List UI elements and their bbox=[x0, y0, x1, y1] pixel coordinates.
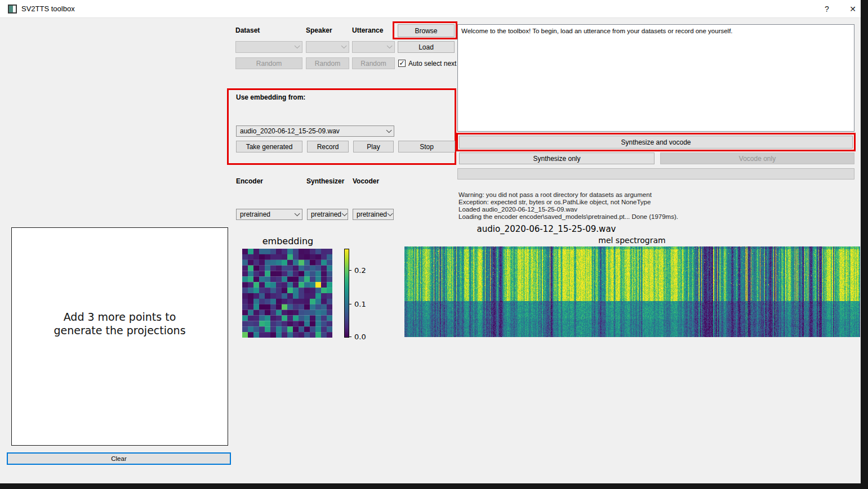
synthesizer-label: Synthesizer bbox=[306, 177, 344, 185]
dataset-label: Dataset bbox=[235, 26, 260, 34]
random-utterance-button[interactable]: Random bbox=[352, 57, 395, 69]
vocoder-select[interactable]: pretrained bbox=[353, 209, 394, 220]
speaker-label: Speaker bbox=[306, 26, 332, 34]
projections-panel: Add 3 more points to generate the projec… bbox=[11, 227, 228, 446]
title-bar: SV2TTS toolbox ? ✕ bbox=[0, 0, 861, 18]
colorbar-tick-label: 0.2 bbox=[354, 266, 366, 275]
encoder-value: pretrained bbox=[240, 210, 270, 218]
mel-spectrogram-title: mel spectrogram bbox=[576, 236, 688, 245]
log-line: Exception: expected str, bytes or os.Pat… bbox=[459, 199, 651, 206]
colorbar-tick bbox=[349, 304, 351, 304]
synthesize-and-vocode-button[interactable]: Synthesize and vocode bbox=[459, 136, 853, 149]
colorbar-tick bbox=[349, 270, 351, 271]
text-prompt-area[interactable]: Welcome to the toolbox! To begin, load a… bbox=[457, 24, 854, 132]
log-line: Loaded audio_2020-06-12_15-25-09.wav bbox=[459, 206, 577, 213]
close-button[interactable]: ✕ bbox=[844, 2, 861, 16]
vocoder-label: Vocoder bbox=[353, 177, 379, 185]
app-window: SV2TTS toolbox ? ✕ Dataset Speaker Utter… bbox=[0, 0, 861, 483]
log-line: Loading the encoder encoder\saved_models… bbox=[459, 213, 678, 221]
progress-bar bbox=[457, 168, 854, 180]
browse-button[interactable]: Browse bbox=[398, 24, 455, 37]
embedding-title: embedding bbox=[243, 236, 333, 246]
synthesizer-select[interactable]: pretrained bbox=[307, 209, 348, 220]
dataset-select[interactable] bbox=[235, 41, 302, 53]
app-icon bbox=[8, 5, 17, 14]
chevron-down-icon bbox=[342, 210, 348, 216]
record-button[interactable]: Record bbox=[307, 141, 349, 152]
chevron-down-icon bbox=[295, 43, 300, 48]
load-button[interactable]: Load bbox=[398, 41, 455, 53]
embedding-heatmap bbox=[242, 249, 332, 338]
stop-button[interactable]: Stop bbox=[398, 141, 455, 152]
random-speaker-button[interactable]: Random bbox=[306, 57, 349, 69]
embedding-utterance-value: audio_2020-06-12_15-25-09.wav bbox=[240, 127, 340, 135]
mel-spectrogram bbox=[404, 246, 860, 337]
utterance-select[interactable] bbox=[352, 41, 395, 53]
random-dataset-button[interactable]: Random bbox=[235, 57, 302, 69]
utterance-label: Utterance bbox=[352, 26, 383, 34]
encoder-label: Encoder bbox=[236, 177, 263, 185]
use-embedding-from-label: Use embedding from: bbox=[236, 93, 305, 101]
window-title: SV2TTS toolbox bbox=[21, 5, 75, 13]
embedding-colorbar bbox=[344, 249, 349, 338]
synthesizer-value: pretrained bbox=[311, 210, 341, 218]
chevron-down-icon bbox=[341, 43, 347, 48]
vocoder-value: pretrained bbox=[357, 210, 387, 218]
embedding-utterance-select[interactable]: audio_2020-06-12_15-25-09.wav bbox=[236, 125, 394, 137]
projections-placeholder: Add 3 more points to generate the projec… bbox=[12, 310, 228, 337]
take-generated-button[interactable]: Take generated bbox=[236, 141, 302, 152]
auto-select-label: Auto select next bbox=[408, 60, 456, 68]
clear-button[interactable]: Clear bbox=[7, 452, 231, 465]
chevron-down-icon bbox=[295, 210, 300, 216]
encoder-select[interactable]: pretrained bbox=[236, 209, 302, 220]
speaker-select[interactable] bbox=[306, 41, 349, 53]
screen-edge bbox=[0, 483, 868, 489]
colorbar-tick-label: 0.0 bbox=[354, 333, 366, 341]
help-button[interactable]: ? bbox=[818, 2, 835, 16]
play-button[interactable]: Play bbox=[353, 141, 394, 152]
synthesize-only-button[interactable]: Synthesize only bbox=[459, 152, 655, 164]
screen-edge bbox=[861, 0, 868, 489]
vocode-only-button[interactable]: Vocode only bbox=[660, 152, 854, 164]
colorbar-tick-label: 0.1 bbox=[354, 300, 366, 308]
log-line: Warning: you did not pass a root directo… bbox=[459, 191, 652, 199]
chevron-down-icon bbox=[387, 43, 393, 48]
utterance-figure-title: audio_2020-06-12_15-25-09.wav bbox=[462, 224, 631, 234]
chevron-down-icon bbox=[388, 210, 393, 216]
auto-select-checkbox[interactable]: ✓ bbox=[398, 60, 406, 67]
chevron-down-icon bbox=[386, 127, 392, 133]
colorbar-tick bbox=[349, 337, 351, 337]
